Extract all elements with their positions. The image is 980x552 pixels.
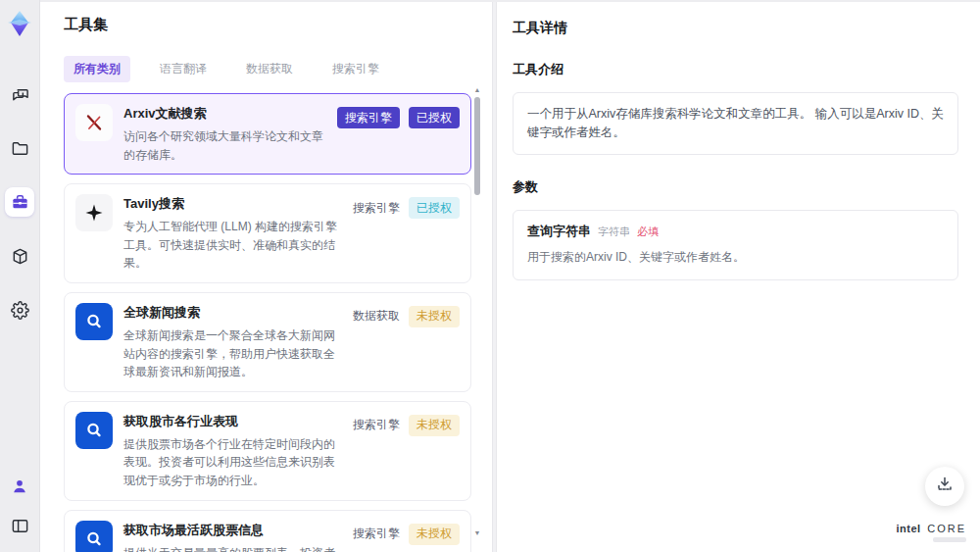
detail-title: 工具详情 [513, 20, 958, 37]
sidebar-item-collapse[interactable] [5, 511, 34, 540]
tab-language-translation[interactable]: 语言翻译 [150, 56, 217, 82]
page-title: 工具集 [64, 16, 492, 34]
tool-card-arxiv[interactable]: Arxiv文献搜索 访问各个研究领域大量科学论文和文章的存储库。 搜索引擎 已授… [64, 93, 471, 175]
param-description: 用于搜索的Arxiv ID、关键字或作者姓名。 [527, 249, 944, 266]
auth-badge: 未授权 [409, 415, 460, 436]
intel-core-logo: intel CORE [897, 523, 966, 534]
scroll-down-arrow[interactable]: ▼ [473, 529, 481, 537]
folder-icon [11, 139, 29, 158]
card-body: 获取股市各行业表现 提供股票市场各个行业在特定时间段内的表现。投资者可以利用这些… [123, 412, 342, 490]
tool-card-global-news[interactable]: 全球新闻搜索 全球新闻搜索是一个聚合全球各大新闻网站内容的搜索引擎，帮助用户快速… [64, 292, 471, 392]
auth-badge: 已授权 [409, 107, 460, 128]
category-badge: 搜索引擎 [353, 524, 400, 545]
tool-detail-pane: 工具详情 工具介绍 一个用于从Arxiv存储库搜索科学论文和文章的工具。 输入可… [497, 2, 980, 552]
tool-list-pane: 工具集 所有类别 语言翻译 数据获取 搜索引擎 Arxiv文献搜索 访问各个研究… [40, 2, 492, 552]
category-badge: 数据获取 [353, 306, 400, 327]
tool-description: 专为人工智能代理 (LLM) 构建的搜索引擎工具。可快速提供实时、准确和真实的结… [123, 218, 342, 273]
tool-card-sector-performance[interactable]: 获取股市各行业表现 提供股票市场各个行业在特定时间段内的表现。投资者可以利用这些… [64, 401, 471, 501]
category-badge: 搜索引擎 [337, 107, 400, 128]
category-badge: 搜索引擎 [353, 415, 400, 436]
blue-search-icon [75, 521, 113, 552]
intel-wordmark: intel [897, 523, 921, 534]
blue-search-icon [75, 412, 113, 449]
intel-core-badge: intel CORE [897, 523, 966, 542]
tool-name: 获取股市各行业表现 [123, 413, 342, 430]
tool-cards: Arxiv文献搜索 访问各个研究领域大量科学论文和文章的存储库。 搜索引擎 已授… [64, 93, 471, 552]
param-name: 查询字符串 [527, 223, 591, 240]
tavily-star-icon [75, 194, 113, 231]
tab-all-categories[interactable]: 所有类别 [64, 56, 130, 82]
tool-card-active-stocks[interactable]: 获取市场最活跃股票信息 提供当天交易量最高的股票列表。投资者可以利用这些信息来识… [64, 510, 471, 552]
param-required-badge: 必填 [637, 225, 659, 239]
download-icon [936, 476, 954, 497]
param-card: 查询字符串 字符串 必填 用于搜索的Arxiv ID、关键字或作者姓名。 [513, 210, 958, 280]
auth-badge: 已授权 [409, 197, 460, 219]
sidebar-item-account[interactable] [5, 472, 34, 501]
sidebar-bottom [5, 472, 34, 540]
tab-data-fetch[interactable]: 数据获取 [236, 56, 303, 82]
tool-description: 全球新闻搜索是一个聚合全球各大新闻网站内容的搜索引擎，帮助用户快速获取全球最新资… [123, 326, 342, 381]
intel-badge-bar [933, 537, 966, 542]
intro-text: 一个用于从Arxiv存储库搜索科学论文和文章的工具。 输入可以是Arxiv ID… [513, 92, 958, 155]
card-badges: 搜索引擎 未授权 [353, 412, 460, 436]
card-body: Arxiv文献搜索 访问各个研究领域大量科学论文和文章的存储库。 [123, 104, 326, 164]
param-head: 查询字符串 字符串 必填 [527, 223, 944, 240]
toolbox-icon [11, 193, 29, 212]
tool-name: Tavily搜索 [123, 195, 342, 213]
card-body: 获取市场最活跃股票信息 提供当天交易量最高的股票列表。投资者可以利用这些信息来识… [123, 521, 342, 552]
tool-card-tavily[interactable]: Tavily搜索 专为人工智能代理 (LLM) 构建的搜索引擎工具。可快速提供实… [64, 183, 471, 283]
card-badges: 搜索引擎 已授权 [353, 194, 460, 219]
arxiv-icon [75, 104, 113, 141]
package-icon [11, 247, 29, 266]
chat-icon [11, 85, 29, 104]
sidebar-item-settings[interactable] [5, 295, 34, 325]
tool-name: Arxiv文献搜索 [123, 105, 326, 123]
card-body: Tavily搜索 专为人工智能代理 (LLM) 构建的搜索引擎工具。可快速提供实… [123, 194, 342, 273]
blue-search-icon [75, 303, 113, 340]
sidebar-item-toolbox[interactable] [5, 187, 34, 217]
tab-search-engine[interactable]: 搜索引擎 [322, 56, 389, 82]
sidebar-nav [5, 79, 34, 325]
user-icon [11, 477, 28, 495]
sidebar-item-chat[interactable] [5, 79, 34, 109]
category-tabs: 所有类别 语言翻译 数据获取 搜索引擎 [64, 56, 492, 82]
card-badges: 搜索引擎 已授权 [337, 104, 460, 128]
tool-name: 全球新闻搜索 [123, 304, 342, 322]
auth-badge: 未授权 [409, 306, 460, 327]
auth-badge: 未授权 [409, 524, 460, 545]
sidebar-item-packages[interactable] [5, 241, 34, 271]
category-badge: 搜索引擎 [353, 197, 400, 219]
tool-description: 提供当天交易量最高的股票列表。投资者可以利用这些信息来识别流动性强的股票和潜在的… [123, 544, 342, 552]
param-type: 字符串 [598, 225, 630, 239]
layout-panel-icon [11, 517, 29, 535]
list-scrollbar[interactable]: ▲ ▼ [473, 86, 481, 537]
card-body: 全球新闻搜索 全球新闻搜索是一个聚合全球各大新闻网站内容的搜索引擎，帮助用户快速… [123, 303, 342, 381]
download-button[interactable] [925, 467, 964, 506]
sidebar-item-files[interactable] [5, 133, 34, 163]
tool-description: 访问各个研究领域大量科学论文和文章的存储库。 [123, 127, 326, 164]
card-badges: 搜索引擎 未授权 [353, 521, 460, 545]
main-content: 工具集 所有类别 语言翻译 数据获取 搜索引擎 Arxiv文献搜索 访问各个研究… [40, 0, 980, 552]
scrollbar-thumb[interactable] [474, 97, 480, 195]
intro-heading: 工具介绍 [513, 61, 958, 78]
tool-description: 提供股票市场各个行业在特定时间段内的表现。投资者可以利用这些信息来识别表现优于或… [123, 435, 342, 490]
gear-icon [11, 301, 29, 320]
card-badges: 数据获取 未授权 [353, 303, 460, 327]
scroll-up-arrow[interactable]: ▲ [473, 86, 481, 94]
app-sidebar [0, 0, 40, 552]
core-wordmark: CORE [927, 523, 966, 534]
params-heading: 参数 [513, 178, 958, 196]
app-logo gem-logo [5, 9, 34, 38]
tool-name: 获取市场最活跃股票信息 [123, 522, 342, 539]
